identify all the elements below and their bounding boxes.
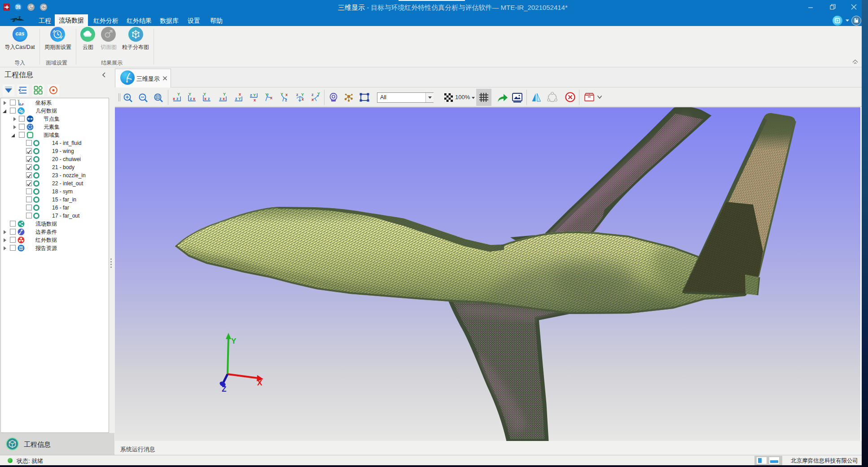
svg-text:x: x <box>204 96 206 101</box>
svg-text:z: z <box>250 93 252 97</box>
svg-text:x: x <box>223 96 225 101</box>
svg-text:Y: Y <box>203 92 206 96</box>
svg-text:z: z <box>311 92 314 97</box>
svg-text:Y: Y <box>231 337 237 345</box>
svg-text:z: z <box>190 96 192 101</box>
svg-text:z: z <box>208 96 210 101</box>
svg-text:x: x <box>285 92 288 97</box>
svg-text:x: x <box>239 92 241 96</box>
svg-text:Y: Y <box>238 96 241 101</box>
svg-text:z: z <box>296 92 298 97</box>
svg-text:z: z <box>176 96 179 101</box>
svg-text:z: z <box>219 96 222 101</box>
svg-text:x: x <box>173 96 175 101</box>
svg-text:z: z <box>235 96 237 101</box>
svg-text:x: x <box>22 102 24 105</box>
svg-text:z: z <box>19 102 21 105</box>
svg-text:Y: Y <box>189 92 191 96</box>
svg-text:Y: Y <box>177 92 180 96</box>
svg-text:Y: Y <box>223 92 226 96</box>
svg-text:Y: Y <box>301 92 304 97</box>
svg-text:Y: Y <box>253 93 256 97</box>
svg-text:Z: Z <box>222 385 226 393</box>
svg-text:x: x <box>254 98 256 102</box>
svg-text:Y: Y <box>18 99 20 102</box>
svg-text:x: x <box>193 96 195 101</box>
svg-text:X: X <box>257 379 263 387</box>
